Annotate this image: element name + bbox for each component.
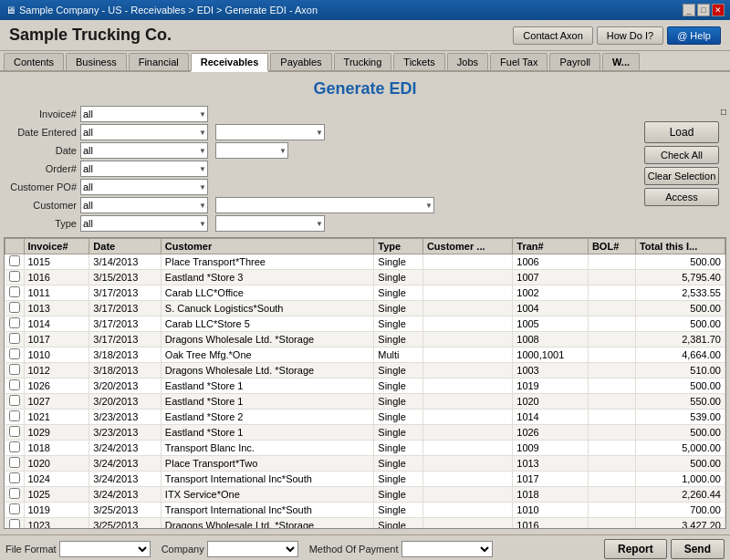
tab-tickets[interactable]: Tickets (393, 53, 444, 70)
invoice-table-container[interactable]: Invoice# Date Customer Type Customer ...… (4, 237, 726, 529)
row-checkbox[interactable] (9, 364, 20, 375)
row-checkbox[interactable] (9, 472, 20, 483)
row-checkbox[interactable] (9, 457, 20, 468)
row-checkbox-cell[interactable] (5, 456, 25, 472)
row-tran: 1009 (513, 441, 589, 456)
date-entered-select[interactable]: all (80, 124, 208, 140)
row-bol (588, 316, 635, 332)
date-entered-row: Date Entered all ▼ ▼ (4, 124, 641, 140)
row-checkbox[interactable] (9, 379, 20, 390)
row-checkbox-cell[interactable] (5, 316, 25, 332)
row-total: 2,381.70 (635, 332, 725, 347)
table-row: 1025 3/24/2013 ITX Service*One Single 10… (5, 487, 725, 503)
clear-selection-button[interactable]: Clear Selection (644, 167, 719, 185)
tab-payroll[interactable]: Payroll (549, 53, 600, 70)
date-entered-to-select[interactable] (215, 124, 325, 140)
row-checkbox[interactable] (9, 519, 20, 529)
row-bol (588, 285, 635, 301)
row-checkbox-cell[interactable] (5, 503, 25, 518)
tab-more[interactable]: W... (602, 53, 640, 70)
row-checkbox-cell[interactable] (5, 347, 25, 363)
send-button[interactable]: Send (671, 539, 725, 559)
customer-select[interactable]: all (80, 197, 208, 213)
row-checkbox[interactable] (9, 426, 20, 437)
customer-name-select[interactable] (215, 197, 434, 213)
tab-business[interactable]: Business (66, 53, 127, 70)
how-do-i-button[interactable]: How Do I? (597, 26, 663, 45)
minimize-button[interactable]: _ (683, 4, 695, 16)
row-checkbox-cell[interactable] (5, 518, 25, 530)
order-select[interactable]: all (80, 161, 208, 177)
invoice-label: Invoice# (4, 109, 77, 119)
row-checkbox-cell[interactable] (5, 487, 25, 503)
tab-fueltax[interactable]: Fuel Tax (490, 53, 548, 70)
tab-jobs[interactable]: Jobs (447, 53, 488, 70)
row-tran: 1006 (513, 254, 589, 270)
row-checkbox-cell[interactable] (5, 410, 25, 425)
report-button[interactable]: Report (604, 539, 667, 559)
tab-payables[interactable]: Payables (270, 53, 331, 70)
row-checkbox[interactable] (9, 333, 20, 344)
type-to-select[interactable] (215, 215, 325, 232)
maximize-icon[interactable]: □ (721, 107, 726, 117)
row-customer: Transport International Inc*South (161, 472, 373, 487)
row-bol (588, 379, 635, 394)
row-checkbox[interactable] (9, 302, 20, 313)
row-checkbox-cell[interactable] (5, 363, 25, 379)
row-total: 539.00 (635, 410, 725, 425)
tab-financial[interactable]: Financial (129, 53, 189, 70)
close-button[interactable]: ✕ (712, 4, 725, 16)
row-checkbox[interactable] (9, 255, 20, 266)
row-type: Single (374, 363, 423, 379)
row-checkbox[interactable] (9, 286, 20, 297)
maximize-button[interactable]: □ (697, 4, 710, 16)
file-format-select[interactable] (59, 541, 151, 557)
row-date: 3/24/2013 (89, 487, 162, 503)
row-checkbox[interactable] (9, 503, 20, 514)
row-checkbox-cell[interactable] (5, 332, 25, 347)
row-checkbox-cell[interactable] (5, 441, 25, 456)
invoice-select[interactable]: all (80, 106, 208, 122)
type-select[interactable]: all (80, 215, 208, 232)
contact-axon-button[interactable]: Contact Axon (513, 26, 592, 45)
row-checkbox[interactable] (9, 271, 20, 282)
row-checkbox-cell[interactable] (5, 394, 25, 410)
row-customer-num (422, 487, 512, 503)
row-checkbox[interactable] (9, 410, 20, 421)
row-checkbox-cell[interactable] (5, 270, 25, 285)
row-checkbox[interactable] (9, 488, 20, 499)
method-select[interactable] (402, 541, 493, 557)
row-checkbox[interactable] (9, 395, 20, 406)
tab-contents[interactable]: Contents (4, 53, 64, 70)
row-checkbox-cell[interactable] (5, 285, 25, 301)
row-bol (588, 472, 635, 487)
customer-po-select[interactable]: all (80, 179, 208, 195)
check-all-button[interactable]: Check All (644, 146, 719, 164)
date-select[interactable]: all (80, 142, 208, 159)
tab-receivables[interactable]: Receivables (191, 53, 269, 72)
row-checkbox-cell[interactable] (5, 301, 25, 316)
date-to-select[interactable] (215, 142, 288, 159)
load-button[interactable]: Load (644, 121, 719, 143)
row-invoice: 1023 (24, 518, 89, 530)
row-checkbox[interactable] (9, 317, 20, 328)
row-customer: Eastland *Store 1 (161, 425, 373, 441)
row-type: Single (374, 379, 423, 394)
row-checkbox[interactable] (9, 441, 20, 452)
row-checkbox-cell[interactable] (5, 379, 25, 394)
row-checkbox-cell[interactable] (5, 254, 25, 270)
row-customer: ITX Service*One (161, 487, 373, 503)
help-button[interactable]: @ Help (667, 26, 721, 45)
tab-trucking[interactable]: Trucking (334, 53, 392, 70)
row-date: 3/24/2013 (89, 472, 162, 487)
customer-row: Customer all ▼ ▼ (4, 197, 641, 213)
row-checkbox-cell[interactable] (5, 472, 25, 487)
access-button[interactable]: Access (644, 188, 719, 206)
row-total: 1,000.00 (635, 472, 725, 487)
company-select[interactable] (207, 541, 298, 557)
row-invoice: 1019 (24, 503, 89, 518)
row-customer-num (422, 347, 512, 363)
row-date: 3/24/2013 (89, 456, 162, 472)
row-checkbox-cell[interactable] (5, 425, 25, 441)
row-checkbox[interactable] (9, 348, 20, 359)
